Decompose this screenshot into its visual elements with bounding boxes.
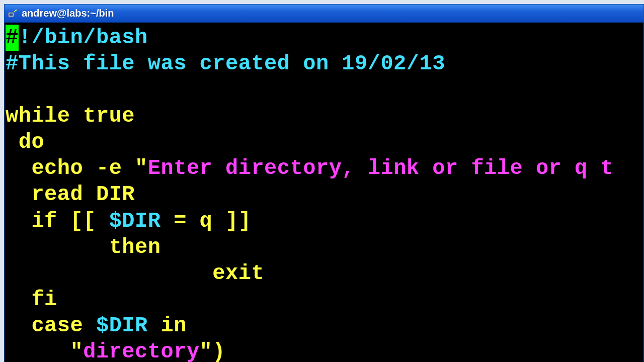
echo-cmd: echo [6, 156, 83, 180]
echo-flag: -e [83, 156, 135, 180]
title-bar[interactable]: andrew@labs:~/bin [5, 5, 643, 23]
case-quote-close: " [200, 340, 213, 362]
editor-content[interactable]: #!/bin/bash #This file was created on 19… [5, 23, 643, 362]
then-keyword: then [6, 235, 160, 259]
fi-keyword: fi [6, 288, 57, 312]
svg-rect-1 [10, 13, 13, 16]
quote-open: " [135, 156, 148, 180]
dir-var: $DIR [109, 209, 161, 233]
svg-point-3 [16, 9, 17, 10]
case-paren: ) [212, 340, 225, 362]
putty-icon [8, 9, 18, 19]
if-keyword: if [6, 209, 57, 233]
bracket-open: [[ [57, 209, 109, 233]
echo-string: Enter directory, link or file or q t [148, 156, 613, 180]
if-test: = q [160, 209, 225, 233]
in-keyword: in [148, 314, 187, 338]
case-arm-string: directory [83, 340, 199, 362]
window-title: andrew@labs:~/bin [22, 8, 114, 19]
case-quote: " [70, 340, 84, 362]
bracket-close: ]] [225, 209, 251, 233]
comment-line: #This file was created on 19/02/13 [6, 52, 445, 76]
read-var: DIR [83, 183, 135, 207]
true-keyword: true [70, 104, 135, 128]
cursor: # [6, 25, 19, 51]
read-cmd: read [6, 183, 83, 207]
shebang-line: !/bin/bash [19, 26, 148, 50]
case-keyword: case [6, 314, 96, 338]
terminal-window: andrew@labs:~/bin #!/bin/bash #This file… [4, 4, 644, 362]
case-var: $DIR [96, 314, 148, 338]
exit-cmd: exit [6, 261, 264, 286]
do-keyword: do [6, 130, 44, 154]
while-keyword: while [6, 104, 70, 128]
case-indent [6, 340, 70, 362]
